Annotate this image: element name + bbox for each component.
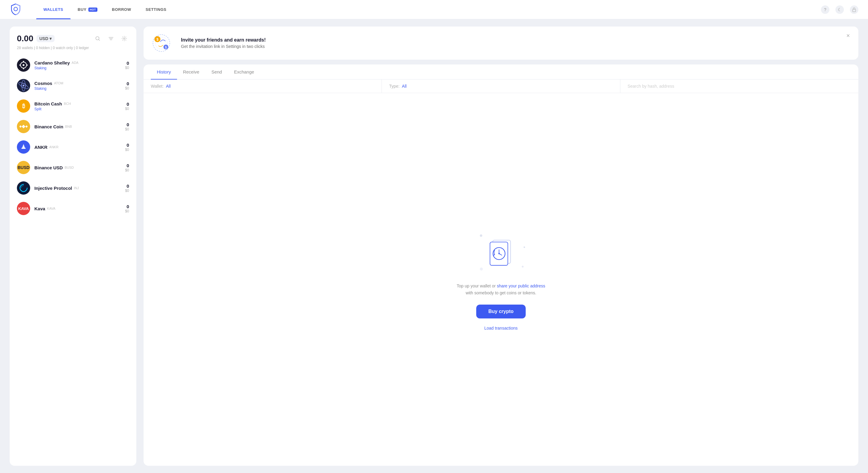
coin-info: ANKRANKR — [34, 145, 125, 150]
empty-text: Top up your wallet or share your public … — [457, 282, 545, 296]
coin-balance: 0 $0 — [125, 102, 129, 111]
load-transactions-link[interactable]: Load transactions — [484, 326, 518, 331]
buy-crypto-button[interactable]: Buy crypto — [476, 305, 526, 318]
coin-balance: 0 $0 — [125, 61, 129, 70]
coin-name: Binance CoinBNB — [34, 124, 125, 129]
banner-text: Invite your friends and earn rewards! Ge… — [181, 37, 266, 49]
coin-balance: 0 $0 — [125, 142, 129, 152]
main-content: 0.00 USD ▾ — [0, 19, 868, 473]
coin-ticker: BUSD — [65, 166, 74, 169]
wallet-header: 0.00 USD ▾ — [10, 34, 136, 55]
coin-icon — [17, 59, 30, 72]
lock-icon[interactable] — [850, 5, 858, 14]
coin-amount: 0 — [125, 122, 129, 127]
coin-name: Bitcoin CashBCH — [34, 101, 125, 106]
coin-usd: $0 — [125, 168, 129, 172]
coin-amount: 0 — [125, 204, 129, 209]
coin-ticker: ADA — [72, 61, 79, 65]
wallet-list-item[interactable]: BUSD Binance USDBUSD 0 $0 — [10, 157, 136, 178]
coin-ticker: BNB — [65, 125, 72, 128]
banner-description: Get the invitation link in Settings in t… — [181, 44, 266, 49]
coin-usd: $0 — [125, 127, 129, 131]
coin-info: Binance CoinBNB — [34, 124, 125, 129]
svg-rect-1 — [852, 9, 856, 12]
coin-name: Cardano ShelleyADA — [34, 60, 125, 65]
nav-borrow[interactable]: BORROW — [105, 0, 138, 19]
coin-icon: BUSD — [17, 161, 30, 174]
wallet-list-item[interactable]: Injective ProtocolINJ 0 $0 — [10, 178, 136, 198]
share-address-link[interactable]: share your public address — [497, 283, 545, 288]
logo[interactable] — [10, 3, 22, 16]
svg-point-2 — [96, 37, 99, 40]
balance-amount: 0.00 — [17, 34, 33, 43]
svg-point-9 — [23, 64, 25, 66]
tab-history[interactable]: History — [151, 65, 177, 79]
coin-usd: $0 — [125, 209, 129, 213]
coin-icon — [17, 181, 30, 195]
coin-info: Injective ProtocolINJ — [34, 185, 125, 191]
header: WALLETS BUY HOT BORROW SETTINGS ? ☾ — [0, 0, 868, 19]
svg-text:$: $ — [165, 46, 167, 49]
wallet-list-item[interactable]: ₿ Bitcoin CashBCH Split 0 $0 — [10, 96, 136, 116]
coin-amount: 0 — [125, 102, 129, 107]
tab-exchange[interactable]: Exchange — [228, 65, 260, 79]
wallet-list-item[interactable]: KAVA KavaKAVA 0 $0 — [10, 198, 136, 219]
banner-close-button[interactable]: × — [844, 31, 852, 40]
coin-name: ANKRANKR — [34, 145, 125, 150]
currency-selector[interactable]: USD ▾ — [36, 35, 55, 42]
coin-info: Binance USDBUSD — [34, 165, 125, 170]
coin-amount: 0 — [125, 163, 129, 168]
coin-name: CosmosATOM — [34, 81, 125, 86]
coin-balance: 0 $0 — [125, 163, 129, 172]
svg-point-11 — [23, 68, 24, 69]
svg-point-13 — [27, 65, 28, 66]
coin-ticker: ANKR — [49, 145, 59, 149]
svg-point-10 — [23, 61, 24, 62]
tab-receive[interactable]: Receive — [177, 65, 206, 79]
nav-settings[interactable]: SETTINGS — [138, 0, 174, 19]
nav-buy[interactable]: BUY HOT — [70, 0, 105, 19]
coin-amount: 0 — [125, 81, 129, 86]
empty-state: Top up your wallet or share your public … — [144, 93, 858, 466]
coin-usd: $0 — [125, 107, 129, 111]
wallet-balance: 0.00 USD ▾ — [17, 34, 55, 43]
nav-wallets[interactable]: WALLETS — [36, 0, 70, 19]
coin-usd: $0 — [125, 148, 129, 152]
svg-point-12 — [19, 65, 21, 66]
coin-icon: ₿ — [17, 99, 30, 113]
filter-button[interactable] — [106, 34, 116, 43]
wallet-list-item[interactable]: ANKRANKR 0 $0 — [10, 137, 136, 157]
theme-icon[interactable]: ☾ — [835, 5, 844, 14]
coin-name: KavaKAVA — [34, 206, 125, 211]
coin-balance: 0 $0 — [125, 122, 129, 131]
wallet-meta: 28 wallets | 0 hidden | 0 watch only | 0… — [17, 46, 129, 50]
banner-illustration: $ $ — [151, 33, 175, 54]
coin-usd: $0 — [125, 66, 129, 70]
coin-sub: Staking — [34, 66, 125, 70]
tab-bar: History Receive Send Exchange — [144, 65, 858, 79]
tab-send[interactable]: Send — [206, 65, 228, 79]
search-button[interactable] — [93, 34, 102, 43]
settings-button[interactable] — [119, 34, 129, 43]
coin-info: Bitcoin CashBCH Split — [34, 101, 125, 111]
wallet-actions — [93, 34, 129, 43]
hot-badge: HOT — [88, 7, 98, 12]
wallet-list-item[interactable]: CosmosATOM Staking 0 $0 — [10, 75, 136, 96]
svg-point-26 — [17, 181, 30, 195]
coin-sub: Staking — [34, 87, 125, 91]
type-filter[interactable]: Type: All — [382, 79, 620, 93]
filter-bar: Wallet: All Type: All Search by hash, ad… — [144, 79, 858, 93]
wallet-list-item[interactable]: Binance CoinBNB 0 $0 — [10, 116, 136, 137]
svg-point-18 — [23, 85, 25, 87]
search-filter[interactable]: Search by hash, address — [620, 79, 858, 93]
help-icon[interactable]: ? — [821, 5, 829, 14]
coin-ticker: BCH — [64, 102, 71, 105]
coin-icon — [17, 140, 30, 154]
coin-icon — [17, 79, 30, 92]
coin-name: Injective ProtocolINJ — [34, 185, 125, 191]
coin-ticker: INJ — [74, 186, 79, 190]
wallet-filter[interactable]: Wallet: All — [144, 79, 382, 93]
wallet-list-item[interactable]: Cardano ShelleyADA Staking 0 $0 — [10, 55, 136, 75]
left-panel: 0.00 USD ▾ — [10, 27, 136, 466]
svg-text:BUSD: BUSD — [18, 165, 30, 170]
